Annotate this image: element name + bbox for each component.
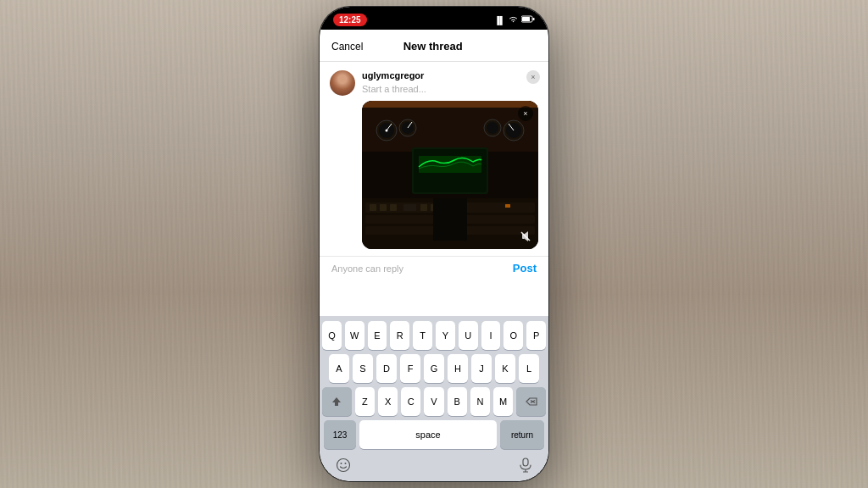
key-n[interactable]: N [470, 387, 490, 416]
compose-content: uglymcgregor Start a thread... [362, 70, 538, 94]
numbers-key[interactable]: 123 [324, 420, 356, 449]
return-key[interactable]: return [500, 420, 544, 449]
space-key[interactable]: space [359, 420, 497, 449]
keyboard-row-2: A S D F G H J K L [322, 354, 546, 383]
modal-header: Cancel New thread [320, 30, 548, 62]
avatar [330, 70, 355, 96]
backspace-key[interactable] [516, 387, 546, 416]
key-j[interactable]: J [471, 354, 492, 383]
svg-point-39 [345, 463, 347, 464]
svg-point-12 [386, 130, 388, 132]
svg-rect-2 [533, 18, 535, 20]
key-k[interactable]: K [495, 354, 515, 383]
action-row: Anyone can reply Post [320, 256, 548, 280]
cancel-button[interactable]: Cancel [331, 41, 363, 53]
image-close-button[interactable]: × [518, 106, 533, 121]
svg-rect-1 [522, 17, 530, 21]
svg-rect-31 [505, 204, 510, 208]
modal-title: New thread [403, 40, 463, 53]
keyboard-toolbar [322, 452, 546, 478]
svg-rect-26 [380, 204, 387, 211]
post-button[interactable]: Post [513, 262, 537, 274]
svg-point-37 [337, 459, 350, 472]
key-i[interactable]: I [481, 321, 501, 350]
key-l[interactable]: L [519, 354, 539, 383]
image-close-icon: × [523, 109, 527, 118]
svg-rect-40 [523, 458, 528, 466]
microphone-icon[interactable] [519, 458, 532, 476]
svg-rect-8 [419, 156, 481, 173]
key-h[interactable]: H [448, 354, 468, 383]
phone-screen: 12:25 ▐▌ [320, 7, 548, 481]
key-m[interactable]: M [493, 387, 513, 416]
modal-sheet: Cancel New thread uglymcgregor Start a t… [320, 30, 548, 481]
key-b[interactable]: B [448, 387, 467, 416]
key-f[interactable]: F [400, 354, 420, 383]
avatar-image [330, 70, 355, 96]
key-c[interactable]: C [401, 387, 420, 416]
key-o[interactable]: O [504, 321, 523, 350]
key-g[interactable]: G [424, 354, 444, 383]
emoji-icon[interactable] [336, 458, 351, 476]
svg-rect-27 [390, 204, 397, 211]
key-d[interactable]: D [376, 354, 397, 383]
key-u[interactable]: U [459, 321, 478, 350]
key-v[interactable]: V [424, 387, 443, 416]
reply-hint: Anyone can reply [331, 263, 403, 274]
keyboard-bottom-row: 123 space return [322, 420, 546, 449]
key-s[interactable]: S [353, 354, 373, 383]
image-preview: × [362, 101, 538, 249]
key-y[interactable]: Y [436, 321, 455, 350]
key-r[interactable]: R [390, 321, 409, 350]
key-w[interactable]: W [345, 321, 364, 350]
status-icons: ▐▌ [494, 15, 535, 25]
key-e[interactable]: E [368, 321, 387, 350]
svg-point-38 [341, 463, 342, 464]
phone-frame: 12:25 ▐▌ [320, 7, 548, 481]
key-a[interactable]: A [329, 354, 349, 383]
signal-icon: ▐▌ [494, 16, 505, 25]
key-z[interactable]: Z [355, 387, 375, 416]
key-p[interactable]: P [526, 321, 546, 350]
svg-rect-25 [370, 204, 376, 211]
mute-icon [518, 229, 533, 244]
keyboard: Q W E R T Y U I O P A S D F G [320, 316, 548, 481]
return-label: return [511, 430, 533, 440]
numbers-label: 123 [333, 430, 348, 440]
keyboard-row-3: Z X C V B N M [322, 387, 546, 416]
shift-key[interactable] [322, 387, 352, 416]
close-icon: × [531, 73, 535, 81]
cockpit-svg [362, 101, 538, 249]
username-label: uglymcgregor [362, 70, 538, 80]
key-q[interactable]: Q [322, 321, 342, 350]
svg-point-20 [487, 122, 498, 134]
key-x[interactable]: X [378, 387, 398, 416]
wifi-icon [509, 15, 518, 25]
svg-rect-29 [420, 204, 427, 211]
compose-area: uglymcgregor Start a thread... × [320, 62, 548, 316]
svg-rect-5 [362, 101, 538, 108]
cockpit-image [362, 101, 538, 249]
svg-rect-32 [433, 198, 467, 241]
key-t[interactable]: T [413, 321, 432, 350]
thread-input-placeholder[interactable]: Start a thread... [362, 84, 538, 94]
status-bar: 12:25 ▐▌ [320, 7, 548, 30]
svg-rect-28 [403, 204, 416, 211]
compose-close-button[interactable]: × [526, 70, 540, 84]
user-row: uglymcgregor Start a thread... × [320, 62, 548, 101]
battery-icon [521, 15, 535, 25]
status-time: 12:25 [333, 14, 367, 26]
keyboard-row-1: Q W E R T Y U I O P [322, 321, 546, 350]
space-label: space [415, 430, 440, 440]
